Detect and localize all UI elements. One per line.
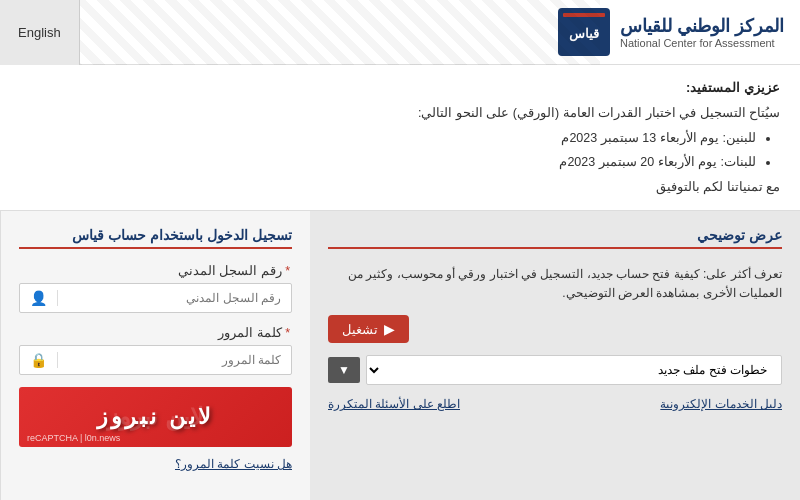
english-language-button[interactable]: English	[0, 0, 80, 65]
links-row: دليل الخدمات الإلكترونية اطلع على الأسئل…	[328, 397, 782, 411]
announcement-banner: عزيزي المستفيد: سيُتاح التسجيل في اختبار…	[0, 65, 800, 211]
id-required-star: *	[285, 264, 290, 278]
password-required-star: *	[285, 326, 290, 340]
left-panel-description: تعرف أكثر على: كيفية فتح حساب جديد، التس…	[328, 265, 782, 303]
captcha-footer: reCAPTCHA | l0n.news	[27, 433, 120, 443]
id-form-group: * رقم السجل المدني 👤	[19, 263, 292, 313]
password-input-wrapper: 🔒	[19, 345, 292, 375]
lock-icon: 🔒	[20, 352, 58, 368]
play-button-label: تشغيل	[342, 322, 378, 337]
youtube-icon: ▶	[384, 321, 395, 337]
id-input[interactable]	[58, 284, 291, 312]
announcement-greeting: عزيزي المستفيد:	[20, 77, 780, 99]
header-logo: المركز الوطني للقياس National Center for…	[558, 8, 784, 56]
page-header: English المركز الوطني للقياس National Ce…	[0, 0, 800, 65]
logo-english-subtitle: National Center for Assessment	[620, 37, 784, 49]
announcement-item-boys: للبنين: يوم الأربعاء 13 سبتمبر 2023م	[20, 128, 756, 149]
announcement-signature: مع تمنياتنا لكم بالتوفيق	[20, 177, 780, 198]
login-panel: تسجيل الدخول باستخدام حساب قياس * رقم ال…	[0, 211, 310, 500]
play-button-row: ▶ تشغيل	[328, 315, 782, 343]
captcha-area: لاين نبروز لاين نبروز reCAPTCHA | l0n.ne…	[19, 387, 292, 447]
logo-arabic-title: المركز الوطني للقياس	[620, 15, 784, 37]
logo-icon: قياس	[558, 8, 610, 56]
id-label: * رقم السجل المدني	[19, 263, 292, 278]
login-panel-title: تسجيل الدخول باستخدام حساب قياس	[19, 227, 292, 249]
left-panel-title: عرض توضيحي	[328, 227, 782, 249]
dropdown-arrow-button[interactable]: ▼	[328, 357, 360, 383]
main-content: عرض توضيحي تعرف أكثر على: كيفية فتح حساب…	[0, 211, 800, 500]
guide-link[interactable]: دليل الخدمات الإلكترونية	[660, 397, 782, 411]
faq-link[interactable]: اطلع على الأسئلة المتكررة	[328, 397, 460, 411]
logo-text-block: المركز الوطني للقياس National Center for…	[620, 15, 784, 49]
captcha-watermark: لاين نبروز	[107, 403, 204, 431]
play-button[interactable]: ▶ تشغيل	[328, 315, 409, 343]
dropdown-row: خطوات فتح ملف جديد ▼	[328, 355, 782, 385]
svg-text:قياس: قياس	[569, 26, 599, 42]
person-icon: 👤	[20, 290, 58, 306]
steps-dropdown[interactable]: خطوات فتح ملف جديد	[366, 355, 782, 385]
announcement-item-girls: للبنات: يوم الأربعاء 20 سبتمبر 2023م	[20, 152, 756, 173]
svg-rect-2	[563, 13, 605, 17]
password-form-group: * كلمة المرور 🔒	[19, 325, 292, 375]
header-pattern	[60, 0, 600, 65]
left-instructional-panel: عرض توضيحي تعرف أكثر على: كيفية فتح حساب…	[310, 211, 800, 500]
password-input[interactable]	[58, 346, 291, 374]
announcement-intro: سيُتاح التسجيل في اختبار القدرات العامة …	[20, 103, 780, 124]
id-label-text: رقم السجل المدني	[178, 264, 282, 278]
password-label-text: كلمة المرور	[218, 326, 281, 340]
announcement-list: للبنين: يوم الأربعاء 13 سبتمبر 2023م للب…	[20, 128, 780, 173]
id-input-wrapper: 👤	[19, 283, 292, 313]
forgot-password-link[interactable]: هل نسيت كلمة المرور؟	[19, 457, 292, 471]
password-label: * كلمة المرور	[19, 325, 292, 340]
